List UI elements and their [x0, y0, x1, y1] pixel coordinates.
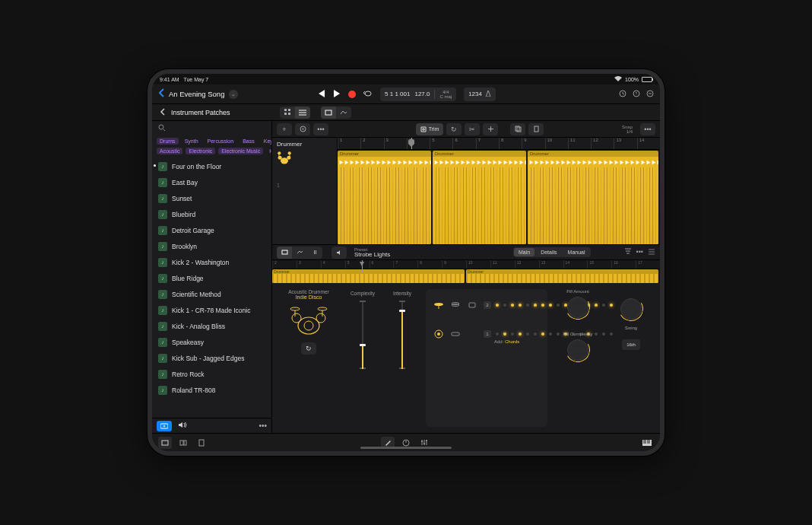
regenerate-button[interactable]: ↻	[301, 342, 316, 355]
history-icon[interactable]	[619, 90, 626, 99]
tag-bass[interactable]: Bass	[239, 138, 258, 145]
grid-view-button[interactable]	[280, 107, 295, 119]
paste-tool-button[interactable]	[528, 123, 544, 135]
patch-item[interactable]: ♪Kick 2 - Washington	[152, 254, 271, 270]
tag-hiphop[interactable]: Hip H	[266, 148, 271, 154]
cymbal-icon[interactable]	[433, 300, 444, 310]
editor-region-2[interactable]: Drummer	[466, 269, 658, 283]
keyboard-button[interactable]	[640, 437, 654, 449]
patch-item[interactable]: ♪Kick 1 - CR-78 Made Iconic	[152, 302, 271, 318]
patch-item[interactable]: ♪East Bay	[152, 174, 271, 190]
patch-item[interactable]: ♪Speakeasy	[152, 334, 271, 350]
editor-playhead[interactable]	[362, 260, 363, 272]
tag-electronic[interactable]: Electronic	[186, 148, 215, 154]
patch-item[interactable]: ♪Kick - Analog Bliss	[152, 318, 271, 334]
fill-complexity-knob[interactable]	[567, 339, 588, 361]
scissors-tool-button[interactable]: ✂	[465, 123, 480, 135]
add-track-button[interactable]: +	[277, 123, 292, 135]
patch-item[interactable]: ♪Sunset	[152, 190, 271, 206]
editor-region-lane[interactable]: Drummer Drummer	[272, 269, 660, 283]
editor-automation-button[interactable]	[292, 247, 307, 259]
help-icon[interactable]: ?	[633, 90, 640, 99]
editor-ruler[interactable]: 234567891011121314151617	[272, 260, 660, 269]
timeline-ruler[interactable]: 1234567891011121314	[338, 138, 660, 150]
editor-region-1[interactable]: Drummer	[272, 269, 465, 283]
toolbar-more-button[interactable]: •••	[640, 123, 655, 135]
drummer-region-3[interactable]: Drummer	[528, 151, 658, 244]
tag-drums[interactable]: Drums	[157, 138, 179, 145]
fill-amount-knob[interactable]	[567, 297, 588, 318]
preset-name[interactable]: Strobe Lights	[354, 252, 390, 258]
patch-item[interactable]: ♪Scientific Method	[152, 286, 271, 302]
editor-settings-icon[interactable]	[648, 248, 655, 256]
home-indicator[interactable]	[360, 447, 452, 449]
play-button[interactable]	[333, 90, 341, 99]
tag-electronic-music[interactable]: Electronic Music	[218, 148, 263, 154]
patch-item[interactable]: ♪Roland TR-808	[152, 382, 271, 398]
browser-button[interactable]	[176, 437, 190, 449]
snap-indicator[interactable]: Snap 1/4	[622, 125, 633, 134]
track-more-button[interactable]: •••	[313, 123, 328, 135]
patch-item[interactable]: ♪Bluebird	[152, 206, 271, 222]
inspector-button[interactable]	[195, 437, 208, 449]
sixteenth-chip[interactable]: 16th	[622, 339, 640, 350]
join-tool-button[interactable]	[483, 123, 498, 135]
intensity-slider[interactable]	[401, 301, 403, 369]
sidebar-back-button[interactable]	[160, 108, 165, 117]
tag-synth[interactable]: Synth	[182, 138, 201, 145]
kick-icon[interactable]	[433, 329, 444, 339]
library-chip-button[interactable]	[157, 421, 172, 431]
patch-item[interactable]: ♪Brooklyn	[152, 238, 271, 254]
volume-icon[interactable]	[178, 422, 187, 430]
mute-button[interactable]	[331, 247, 347, 259]
tom-icon[interactable]	[467, 300, 477, 310]
song-menu-chevron-icon[interactable]: ⌄	[229, 90, 238, 99]
rewind-button[interactable]	[316, 90, 325, 99]
trim-tool-button[interactable]: Trim	[416, 123, 444, 135]
patch-item[interactable]: ♪Blue Ridge	[152, 270, 271, 286]
tag-keyboard[interactable]: Keyboard	[261, 138, 271, 145]
patch-item[interactable]: ♪Retro Rock	[152, 366, 271, 382]
patch-item[interactable]: ♪Kick Sub - Jagged Edges	[152, 350, 271, 366]
tag-acoustic[interactable]: Acoustic	[157, 148, 182, 154]
tab-details[interactable]: Details	[536, 248, 561, 256]
sidebar-more-button[interactable]: •••	[259, 422, 267, 430]
patch-item[interactable]: ♪Four on the Floor	[152, 158, 271, 174]
record-button[interactable]	[348, 91, 356, 98]
region-lane[interactable]: Drummer Drummer Drummer	[338, 150, 660, 244]
tab-manual[interactable]: Manual	[563, 248, 590, 256]
track-header[interactable]: Drummer 1	[272, 138, 338, 244]
loop-tool-button[interactable]: ↻	[446, 123, 462, 135]
editor-region-button[interactable]	[277, 247, 292, 259]
editor-filter-icon[interactable]	[624, 248, 632, 256]
list-view-button[interactable]	[295, 107, 310, 119]
settings-icon[interactable]	[646, 90, 654, 99]
tab-main[interactable]: Main	[514, 248, 534, 256]
svg-point-32	[318, 307, 327, 310]
patch-item[interactable]: ♪Detroit Garage	[152, 222, 271, 238]
drummer-region-1[interactable]: Drummer	[338, 151, 431, 244]
cycle-button[interactable]	[363, 90, 373, 99]
clipboard-tool-button[interactable]	[510, 123, 525, 135]
drummer-kit-icon[interactable]	[287, 303, 330, 336]
track-filter-button[interactable]	[295, 123, 310, 135]
region-view-button[interactable]	[321, 107, 336, 119]
beat-counter[interactable]: 1234	[464, 88, 496, 101]
song-title[interactable]: An Evening Song	[169, 90, 224, 98]
lcd-display[interactable]: 5 1 1 001 127.0 4/4 C maj	[380, 88, 456, 101]
snare-icon[interactable]	[450, 329, 461, 339]
secondary-toolbar: Instrument Patches	[152, 104, 660, 121]
library-button[interactable]	[158, 437, 172, 449]
swing-knob[interactable]	[620, 298, 642, 320]
drummer-region-2[interactable]: Drummer	[433, 151, 526, 244]
back-button[interactable]	[158, 88, 164, 100]
search-icon[interactable]	[158, 124, 166, 133]
editor-more-icon[interactable]: •••	[636, 248, 643, 256]
patch-list[interactable]: ♪Four on the Floor♪East Bay♪Sunset♪Blueb…	[152, 158, 271, 418]
drummer-name[interactable]: Indie Disco	[296, 294, 322, 300]
tag-percussion[interactable]: Percussion	[205, 138, 237, 145]
complexity-slider[interactable]	[362, 301, 363, 369]
editor-step-button[interactable]	[307, 247, 322, 259]
automation-view-button[interactable]	[336, 107, 351, 119]
hihat-icon[interactable]	[450, 300, 461, 310]
